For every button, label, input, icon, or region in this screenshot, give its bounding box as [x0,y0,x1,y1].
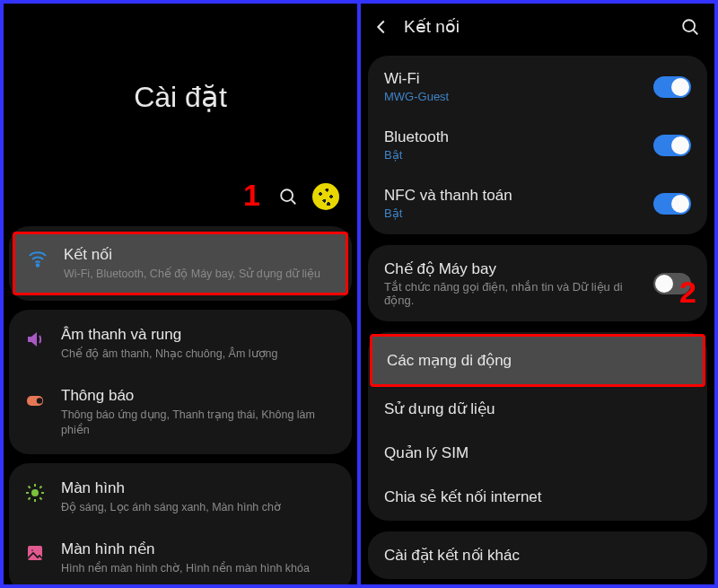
search-icon[interactable] [680,17,700,37]
row-text: Âm thanh và rung Chế độ âm thanh, Nhạc c… [61,326,336,362]
row-title: Màn hình nền [61,540,336,558]
settings-row-kết-nối[interactable]: Kết nối Wi-Fi, Bluetooth, Chế độ Máy bay… [13,232,348,295]
row-text: Sử dụng dữ liệu [384,399,691,418]
row-subtitle: Tắt chức năng gọi điện, nhắn tin và Dữ l… [384,280,643,307]
row-title: Quản lý SIM [384,443,691,462]
svg-rect-14 [28,546,42,560]
connections-group: Cài đặt kết nối khác [368,531,707,579]
annotation-step-1: 1 [243,178,260,213]
svg-line-10 [29,486,31,487]
row-text: Các mạng di động [387,351,688,370]
sound-icon [23,328,47,351]
row-subtitle: Thông báo ứng dụng, Thanh trạng thái, Kh… [61,408,336,438]
row-title: Chia sẻ kết nối internet [384,487,691,506]
row-title: Thông báo [61,387,336,405]
row-title: Các mạng di động [387,351,688,370]
row-title: Wi-Fi [384,70,643,88]
row-title: Âm thanh và rung [61,326,336,344]
row-subtitle: Hình nền màn hình chờ, Hình nền màn hình… [61,561,336,576]
row-text: Màn hình Độ sáng, Lọc ánh sáng xanh, Màn… [61,479,336,515]
row-subtitle: Bật [384,148,643,162]
row-text: Chế độ Máy bayTắt chức năng gọi điện, nh… [384,259,643,307]
page-title: Cài đặt [4,80,357,114]
svg-point-2 [37,264,39,267]
row-subtitle: Wi-Fi, Bluetooth, Chế độ Máy bay, Sử dụn… [64,267,333,282]
svg-point-0 [281,189,293,201]
settings-row-màn-hình-nền[interactable]: Màn hình nền Hình nền màn hình chờ, Hình… [9,527,352,584]
row-subtitle: Bật [384,206,643,220]
settings-group: Kết nối Wi-Fi, Bluetooth, Chế độ Máy bay… [9,226,352,301]
toggle-switch[interactable] [653,193,691,215]
svg-line-13 [39,486,41,487]
row-subtitle: MWG-Guest [384,90,643,103]
svg-point-4 [37,398,42,403]
connections-group: Wi-FiMWG-Guest BluetoothBật NFC và thanh… [368,56,707,234]
row-title: Chế độ Máy bay [384,259,643,278]
wifi-icon [26,247,49,270]
row-subtitle: Độ sáng, Lọc ánh sáng xanh, Màn hình chờ [61,500,336,515]
connections-row-nfc-và-thanh-toán[interactable]: NFC và thanh toánBật [368,174,707,233]
connections-row-quản-lý-sim[interactable]: Quản lý SIM [368,431,707,475]
svg-line-17 [694,30,698,34]
back-icon[interactable] [372,17,391,37]
svg-point-15 [31,549,34,553]
row-text: NFC và thanh toánBật [384,187,643,220]
annotation-step-2: 2 [679,275,696,310]
connections-row-sử-dụng-dữ-liệu[interactable]: Sử dụng dữ liệu [368,387,707,431]
row-title: Sử dụng dữ liệu [384,399,691,418]
settings-row-màn-hình[interactable]: Màn hình Độ sáng, Lọc ánh sáng xanh, Màn… [9,467,352,528]
header-title: Kết nối [404,16,668,37]
settings-main-screen: Cài đặt 1 Kết nối Wi-Fi, Bluetooth, Chế … [4,4,357,584]
row-subtitle: Chế độ âm thanh, Nhạc chuông, Âm lượng [61,347,336,362]
wallpaper-icon [23,541,47,565]
connections-row-wi-fi[interactable]: Wi-FiMWG-Guest [368,57,707,116]
row-text: Thông báo Thông báo ứng dụng, Thanh trạn… [61,387,336,438]
settings-group: Âm thanh và rung Chế độ âm thanh, Nhạc c… [9,310,352,454]
connections-screen: Kết nối 2 Wi-FiMWG-Guest BluetoothBật NF… [361,4,714,584]
search-icon[interactable] [278,187,298,206]
connections-row-bluetooth[interactable]: BluetoothBật [368,116,707,174]
row-title: Kết nối [64,245,333,264]
display-icon [23,481,47,505]
notif-icon [23,389,47,412]
row-text: Quản lý SIM [384,443,691,462]
svg-line-11 [39,497,41,499]
connections-row-các-mạng-di-động[interactable]: Các mạng di động [370,334,705,387]
svg-point-5 [31,489,39,496]
settings-row-thông-báo[interactable]: Thông báo Thông báo ứng dụng, Thanh trạn… [9,374,352,451]
row-title: Bluetooth [384,128,643,146]
connections-row-chế-độ-máy-bay[interactable]: Chế độ Máy bayTắt chức năng gọi điện, nh… [368,247,707,320]
header-bar: Kết nối [361,4,714,49]
toggle-switch[interactable] [653,76,691,98]
row-text: BluetoothBật [384,128,643,162]
svg-point-16 [683,20,695,31]
row-text: Kết nối Wi-Fi, Bluetooth, Chế độ Máy bay… [64,245,333,282]
account-avatar[interactable] [312,183,339,210]
connections-row-chia-sẻ-kết-nối-internet[interactable]: Chia sẻ kết nối internet [368,475,707,519]
toggle-switch[interactable] [653,135,691,156]
settings-group: Màn hình Độ sáng, Lọc ánh sáng xanh, Màn… [9,463,352,585]
svg-line-1 [292,200,296,205]
row-text: Wi-FiMWG-Guest [384,70,643,103]
row-text: Chia sẻ kết nối internet [384,487,691,506]
row-title: Màn hình [61,479,336,497]
connections-group: Các mạng di động Sử dụng dữ liệu Quản lý… [368,332,707,521]
row-text: Cài đặt kết nối khác [384,546,691,565]
svg-line-12 [29,497,31,499]
row-text: Màn hình nền Hình nền màn hình chờ, Hình… [61,540,336,576]
settings-row-âm-thanh-và-rung[interactable]: Âm thanh và rung Chế độ âm thanh, Nhạc c… [9,313,352,374]
row-title: NFC và thanh toán [384,187,643,205]
connections-group: Chế độ Máy bayTắt chức năng gọi điện, nh… [368,245,707,321]
connections-row-cài-đặt-kết-nối-khác[interactable]: Cài đặt kết nối khác [368,533,707,577]
row-title: Cài đặt kết nối khác [384,546,691,565]
action-bar [278,183,339,210]
